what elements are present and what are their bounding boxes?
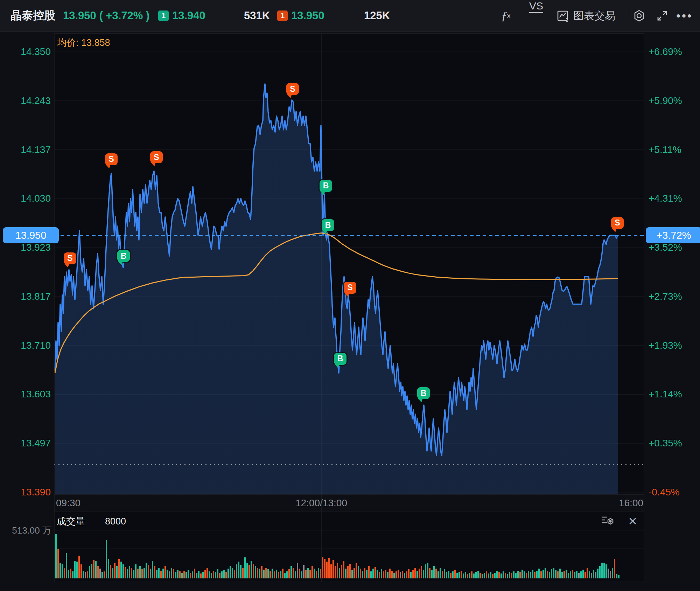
volume-bar [372, 569, 374, 578]
trade-marker-buy[interactable]: B [117, 250, 130, 262]
volume-bar [519, 572, 521, 578]
volume-bar [345, 569, 346, 578]
volume-bar [95, 561, 97, 578]
volume-bar [213, 571, 214, 578]
trade-marker-buy[interactable]: B [322, 219, 334, 231]
trade-marker-sell[interactable]: S [150, 151, 163, 163]
volume-bar [280, 571, 281, 578]
volume-bar [169, 571, 170, 578]
volume-bar [542, 570, 544, 578]
volume-bar [335, 566, 336, 578]
volume-bar [616, 574, 617, 578]
volume-bar [431, 570, 433, 578]
volume-bar [276, 570, 277, 578]
volume-bar [385, 570, 386, 578]
chart-canvas[interactable] [0, 0, 700, 591]
volume-bar [429, 568, 430, 578]
volume-bar [337, 563, 338, 578]
volume-bar [215, 572, 216, 578]
volume-bar [194, 569, 195, 578]
volume-bar [572, 570, 573, 578]
volume-bar [234, 570, 235, 578]
volume-bar [301, 571, 302, 578]
volume-bar [618, 575, 620, 578]
volume-bar [389, 569, 391, 578]
volume-bar [288, 569, 290, 578]
volume-bar [351, 570, 353, 578]
volume-bar [442, 571, 443, 578]
volume-bar [78, 556, 80, 578]
volume-bar [467, 574, 468, 578]
volume-bar [198, 571, 200, 578]
volume-bar [320, 569, 321, 578]
volume-bar [547, 571, 548, 578]
volume-bar [290, 566, 292, 578]
volume-bar [368, 566, 370, 578]
volume-bar [133, 570, 134, 578]
volume-bar [498, 572, 500, 578]
volume-bar [488, 573, 489, 578]
volume-bar [154, 566, 155, 578]
volume-bar [517, 571, 519, 578]
trade-marker-sell[interactable]: S [611, 217, 624, 229]
close-volume-panel-button[interactable]: ✕ [628, 515, 638, 528]
volume-bar [339, 568, 340, 578]
trade-marker-sell[interactable]: S [286, 83, 299, 95]
trade-marker-buy[interactable]: B [417, 387, 430, 399]
trade-marker-buy[interactable]: B [334, 353, 346, 365]
volume-bar [196, 573, 197, 578]
volume-bar [486, 571, 487, 578]
volume-bar [398, 570, 399, 578]
volume-bar [570, 571, 571, 578]
volume-bar [158, 568, 160, 578]
trade-marker-buy[interactable]: B [320, 180, 332, 192]
volume-bar [131, 568, 132, 578]
volume-bar [299, 569, 300, 578]
volume-bar [246, 563, 248, 578]
volume-bar [76, 562, 78, 578]
volume-bar [614, 559, 615, 578]
volume-bar [402, 571, 403, 578]
volume-bar [469, 573, 470, 578]
volume-bar [83, 571, 84, 578]
volume-bar [148, 565, 149, 578]
volume-bar [482, 574, 483, 578]
trade-marker-sell[interactable]: S [344, 282, 356, 294]
volume-bar [303, 565, 304, 578]
volume-bar [536, 571, 538, 578]
volume-bar [576, 571, 578, 578]
volume-bar [104, 571, 105, 578]
volume-bar [377, 570, 378, 578]
volume-bar [606, 564, 607, 578]
volume-bar [433, 566, 435, 578]
volume-bar [282, 569, 284, 578]
trade-marker-sell[interactable]: S [105, 153, 118, 165]
volume-bar [110, 565, 111, 578]
volume-bar [261, 566, 262, 578]
volume-bar [461, 571, 462, 578]
volume-bar [456, 573, 458, 578]
volume-bar [500, 573, 502, 578]
indicator-settings-button[interactable] [600, 514, 615, 528]
volume-bar [122, 564, 124, 578]
volume-bar [358, 566, 359, 578]
volume-bar [528, 571, 529, 578]
current-change-tag: +3.72% [646, 227, 700, 243]
volume-bar [444, 569, 445, 578]
volume-bar [318, 568, 319, 578]
volume-bar [330, 564, 332, 578]
volume-bar [164, 566, 166, 578]
volume-bar [137, 569, 139, 578]
volume-bar [540, 571, 542, 578]
volume-bar [80, 564, 82, 578]
volume-bar [284, 573, 286, 578]
volume-bar [217, 569, 218, 578]
volume-bar [57, 549, 59, 578]
volume-bar [55, 534, 57, 578]
volume-bar [179, 571, 181, 578]
volume-bar [211, 573, 212, 578]
volume-bar [534, 572, 536, 578]
trade-marker-sell[interactable]: S [64, 252, 76, 264]
volume-bar [59, 563, 61, 578]
volume-bar [425, 564, 426, 578]
